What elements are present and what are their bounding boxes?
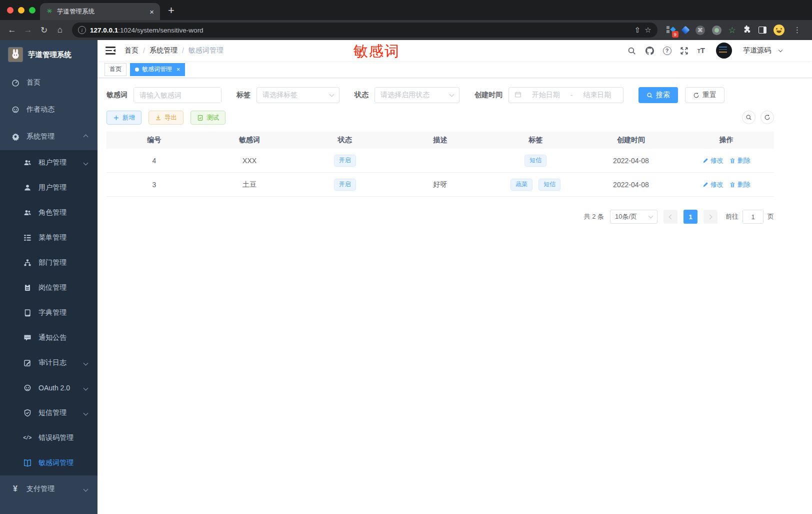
- reset-button[interactable]: 重置: [685, 87, 724, 103]
- date-range-picker[interactable]: 开始日期 - 结束日期: [508, 87, 624, 103]
- sidebar-item-payment[interactable]: ¥ 支付管理: [0, 475, 98, 502]
- user-name[interactable]: 芋道源码: [743, 46, 771, 55]
- sidebar-item-sms[interactable]: 短信管理: [0, 400, 98, 425]
- refresh-icon[interactable]: [760, 111, 774, 124]
- dashboard-icon: [11, 79, 20, 87]
- extension-kite-icon[interactable]: [681, 26, 690, 35]
- browser-menu-icon[interactable]: ⋮: [792, 26, 803, 35]
- fullscreen-icon[interactable]: [680, 46, 690, 56]
- tag-badge: 短信: [538, 179, 560, 191]
- face-icon: [23, 384, 32, 392]
- reload-button[interactable]: ↻: [37, 23, 51, 37]
- sidebar-collapse-icon[interactable]: [106, 47, 116, 55]
- pagination: 共 2 条 10条/页 1 前往 页: [106, 210, 774, 224]
- test-button[interactable]: 测试: [190, 111, 226, 125]
- sidebar-item-dict[interactable]: 字典管理: [0, 300, 98, 325]
- status-select[interactable]: 请选择启用状态: [374, 87, 460, 103]
- toggle-search-icon[interactable]: [742, 111, 756, 124]
- tag-badge: 蔬菜: [510, 179, 532, 191]
- sidebar-item-label: 错误码管理: [38, 433, 90, 442]
- window-close-button[interactable]: [7, 7, 14, 14]
- prev-page-button[interactable]: [664, 210, 678, 224]
- tag-sensitive-word[interactable]: 敏感词管理 ×: [130, 63, 185, 76]
- browser-tab[interactable]: 芋道管理系统 ×: [40, 3, 160, 20]
- breadcrumb-home[interactable]: 首页: [124, 46, 138, 55]
- search-button[interactable]: 搜索: [638, 87, 678, 103]
- delete-link[interactable]: 删除: [730, 156, 750, 165]
- sidebar-item-author-news[interactable]: 作者动态: [0, 96, 98, 123]
- extension-star-icon[interactable]: ☆: [728, 25, 736, 36]
- back-button[interactable]: ←: [5, 23, 19, 37]
- tree-list-icon: [23, 234, 32, 242]
- delete-link[interactable]: 删除: [730, 180, 750, 189]
- forward-button[interactable]: →: [21, 23, 35, 37]
- tag-select[interactable]: 请选择标签: [256, 87, 340, 103]
- extension-record-icon[interactable]: [712, 26, 722, 35]
- keyword-input[interactable]: [134, 88, 221, 103]
- start-date-placeholder[interactable]: 开始日期: [526, 91, 566, 100]
- sidebar-item-label: 岗位管理: [38, 283, 90, 292]
- sidebar-item-tenant[interactable]: 租户管理: [0, 150, 98, 175]
- sidebar-item-label: 角色管理: [38, 208, 90, 217]
- extensions-area: 9 ⌘ ☆ ⋮: [662, 25, 807, 36]
- page-size-select[interactable]: 10条/页: [610, 210, 658, 224]
- chevron-up-icon: [84, 134, 88, 139]
- sidebar-item-dept[interactable]: 部门管理: [0, 250, 98, 275]
- sidebar-item-home[interactable]: 首页: [0, 69, 98, 96]
- sidebar-item-label: 系统管理: [26, 132, 77, 141]
- url-bar[interactable]: i 127.0.0.1:1024/system/sensitive-word ⇧…: [72, 23, 658, 38]
- extensions-puzzle-icon[interactable]: [743, 25, 752, 36]
- bookmark-star-icon[interactable]: ☆: [644, 26, 651, 35]
- user-avatar[interactable]: [716, 43, 732, 59]
- sidebar-item-label: 敏感词管理: [38, 458, 90, 467]
- extension-grid-icon[interactable]: 9: [666, 26, 676, 35]
- extension-command-icon[interactable]: ⌘: [696, 26, 705, 35]
- user-caret-down-icon[interactable]: [778, 48, 782, 52]
- users-icon: [23, 209, 32, 217]
- chevron-down-icon: [84, 360, 88, 365]
- sidebar-item-user[interactable]: 用户管理: [0, 175, 98, 200]
- font-size-icon[interactable]: TT: [698, 46, 705, 55]
- sidebar-item-notice[interactable]: 通知公告: [0, 325, 98, 350]
- add-button[interactable]: 新增: [106, 111, 142, 125]
- site-info-icon[interactable]: i: [78, 26, 86, 34]
- col-created: 创建时间: [584, 136, 679, 145]
- sidebar-item-oauth[interactable]: OAuth 2.0: [0, 375, 98, 400]
- total-count: 共 2 条: [584, 212, 604, 221]
- profile-avatar[interactable]: [774, 25, 784, 36]
- goto-page-input[interactable]: [743, 210, 763, 223]
- sidebar-item-post[interactable]: 岗位管理: [0, 275, 98, 300]
- window-minimize-button[interactable]: [18, 7, 24, 14]
- current-page[interactable]: 1: [684, 210, 698, 224]
- app-logo[interactable]: 芋道管理系统: [0, 40, 98, 69]
- tab-close-icon[interactable]: ×: [150, 8, 154, 16]
- chevron-down-icon: [84, 160, 88, 165]
- cell-word: XXX: [202, 157, 298, 165]
- sidebar-item-label: 作者动态: [26, 105, 90, 114]
- sidebar-item-label: 租户管理: [38, 158, 77, 167]
- sidebar-toggle-icon[interactable]: [758, 27, 766, 34]
- share-icon[interactable]: ⇧: [634, 26, 641, 35]
- tag-close-icon[interactable]: ×: [176, 66, 180, 73]
- tag-home[interactable]: 首页: [104, 63, 126, 76]
- home-button[interactable]: ⌂: [53, 23, 67, 37]
- header-search-icon[interactable]: [627, 46, 637, 56]
- export-button[interactable]: 导出: [148, 111, 184, 125]
- sidebar-item-audit-log[interactable]: 审计日志: [0, 350, 98, 375]
- new-tab-button[interactable]: +: [168, 5, 174, 16]
- sidebar-item-system[interactable]: 系统管理: [0, 123, 98, 150]
- red-annotation-text: 敏感词: [354, 42, 400, 62]
- help-icon[interactable]: ?: [663, 47, 672, 55]
- sidebar-item-menu[interactable]: 菜单管理: [0, 225, 98, 250]
- end-date-placeholder[interactable]: 结束日期: [576, 91, 618, 100]
- sidebar-item-label: 菜单管理: [38, 233, 90, 242]
- sidebar-item-role[interactable]: 角色管理: [0, 200, 98, 225]
- next-page-button[interactable]: [704, 210, 718, 224]
- edit-link[interactable]: 修改: [702, 180, 724, 189]
- github-icon[interactable]: [645, 46, 655, 56]
- sidebar-item-error-code[interactable]: </> 错误码管理: [0, 425, 98, 450]
- edit-link[interactable]: 修改: [702, 156, 724, 165]
- sidebar-item-sensitive-word[interactable]: 敏感词管理: [0, 450, 98, 475]
- yen-icon: ¥: [11, 485, 20, 493]
- window-zoom-button[interactable]: [29, 7, 36, 14]
